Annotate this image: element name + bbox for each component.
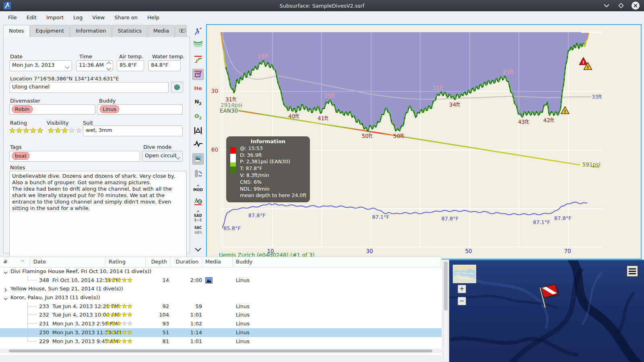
dive-list-header[interactable]: #^DateRatingDepthDurationMediaBuddy <box>0 257 442 267</box>
column-header-duration[interactable]: Duration <box>171 257 202 267</box>
titlebar[interactable]: Subsurface: SampleDivesV2.ssrf <box>0 0 644 11</box>
dive-row[interactable]: 348Fri Oct 10, 2014 12:34 PM★★★★★142:00L… <box>0 276 442 285</box>
heart-rate-icon[interactable] <box>192 138 204 149</box>
map-zoom-out-button[interactable]: − <box>458 297 466 305</box>
visibility-stars[interactable]: ★★★★★ <box>48 126 83 134</box>
divemaster-tag[interactable]: Robin <box>12 105 33 113</box>
rating-stars[interactable]: ★★★★★ <box>9 126 44 134</box>
tooltip-line: P: 2,381psi (EAN30) <box>240 158 307 165</box>
expand-caret-icon[interactable] <box>4 287 7 290</box>
menu-edit[interactable]: Edit <box>22 12 41 23</box>
notes-textarea[interactable] <box>9 171 187 261</box>
column-header-num[interactable]: #^ <box>0 257 30 267</box>
collapse-caret-icon[interactable] <box>4 296 7 299</box>
horizontal-scrollbar[interactable] <box>0 349 442 353</box>
dive-rating: ★★★★★ <box>105 302 133 311</box>
dive-list-scrollbar[interactable] <box>443 259 448 362</box>
dive-depth: 92 <box>146 302 169 311</box>
divemaster-field[interactable]: Robin <box>9 104 95 115</box>
rating-label: Rating <box>10 120 27 126</box>
column-header-buddy[interactable]: Buddy <box>233 257 441 267</box>
svg-text:42ft: 42ft <box>543 117 554 123</box>
svg-text:50: 50 <box>465 248 472 254</box>
buddy-label: Buddy <box>99 98 116 104</box>
menu-file[interactable]: File <box>3 12 22 23</box>
globe-button[interactable] <box>171 82 183 93</box>
dive-row[interactable]: 230Mon Jun 3, 2013 11:36 AM★★★★★511:14Li… <box>0 328 442 337</box>
map-menu-button[interactable] <box>626 265 638 277</box>
visibility-label: Visibility <box>47 120 68 126</box>
svg-text:50ft: 50ft <box>361 133 372 139</box>
column-header-media[interactable]: Media <box>202 257 233 267</box>
tags-field[interactable]: boat <box>9 151 140 162</box>
tab-equipment[interactable]: Equipment <box>30 25 70 37</box>
map-zoom-in-button[interactable]: + <box>458 285 466 293</box>
trip-row[interactable]: Yellow House, Sun Sep 21, 2014 (1 dive(s… <box>0 284 442 293</box>
tab-information[interactable]: Information <box>70 25 111 37</box>
ndl-tts-icon[interactable] <box>192 196 204 207</box>
sac-rate-icon[interactable]: SAC▤|◷ <box>192 224 204 236</box>
collapse-caret-icon[interactable] <box>4 270 7 273</box>
trip-row[interactable]: Koror, Palau, Jun 2013 (11 dive(s)) <box>0 293 442 302</box>
tissue-loading-icon[interactable] <box>192 125 204 136</box>
tank-bar-icon[interactable] <box>192 168 204 179</box>
svg-text:34ft: 34ft <box>449 101 460 108</box>
tab-media[interactable]: Media <box>148 25 175 37</box>
dive-row[interactable]: 231Mon Jun 3, 2013 2:59 PM★★★★★931:02Lin… <box>0 319 442 328</box>
helium-graph-icon[interactable]: He <box>192 82 204 94</box>
column-header-date[interactable]: Date <box>30 257 105 267</box>
dc-reported-ceiling-icon[interactable] <box>192 69 204 80</box>
dive-row[interactable]: 232Tue Jun 4, 2013 10:04 AM★★★★★1041:01L… <box>0 311 442 319</box>
water-temp-field[interactable]: 84.8°F <box>148 60 181 71</box>
dive-profile-panel[interactable]: 85.8°F87.8°F87.1°F87.8°F87.1°F87.8°F1030… <box>206 24 642 259</box>
hscroll-handle[interactable] <box>9 350 432 352</box>
dive-computer-icon[interactable] <box>192 26 204 37</box>
trip-row[interactable]: Divi Flamingo House Reef, Fri Oct 10, 20… <box>0 267 442 276</box>
buddy-field[interactable]: Linus <box>97 104 183 115</box>
air-temp-label: Air temp. <box>119 53 143 60</box>
dive-list-panel: #^DateRatingDepthDurationMediaBuddy Divi… <box>0 257 442 355</box>
tooltip-line: V: 8.3ft/min <box>240 172 307 179</box>
maximize-button[interactable] <box>617 1 625 10</box>
dive-row[interactable]: 233Tue Jun 4, 2013 12:28 PM★★★★★9259Linu… <box>0 302 442 311</box>
waves-icon[interactable] <box>192 38 204 49</box>
column-header-depth[interactable]: Depth <box>146 257 171 267</box>
tab-scroll-arrows[interactable]: ⟨⟩ <box>179 27 189 33</box>
air-temp-field[interactable]: 85.8°F <box>117 60 144 71</box>
menu-log[interactable]: Log <box>68 12 87 23</box>
vscroll-handle[interactable] <box>444 261 448 311</box>
date-field[interactable]: Mon Jun 3, 2013 <box>9 60 72 71</box>
tab-notes[interactable]: Notes <box>3 25 30 37</box>
column-header-rating[interactable]: Rating <box>105 257 146 267</box>
menu-share-on[interactable]: Share on <box>109 12 142 23</box>
map-panel[interactable]: + − <box>449 259 644 362</box>
tab-statistics[interactable]: Statistics <box>112 25 147 37</box>
scroll-down-icon[interactable] <box>192 244 204 255</box>
minimize-button[interactable] <box>602 1 611 10</box>
dive-mode-select[interactable]: Open circuit <box>142 151 183 162</box>
tooltip-line: CNS: 6% <box>240 179 307 186</box>
notes-label: Notes <box>10 165 25 171</box>
close-button[interactable] <box>631 1 640 10</box>
dive-duration: 1:02 <box>171 319 202 328</box>
time-spinner[interactable] <box>107 62 110 70</box>
suit-field[interactable]: wet, 3mm <box>83 125 183 136</box>
menu-import[interactable]: Import <box>41 12 68 23</box>
time-field[interactable]: 11:36 AM <box>76 60 113 71</box>
location-coordinates-label: Location 7°16'58.386"N 134°14'43.631"E <box>10 76 119 82</box>
mod-icon[interactable]: +MOD <box>192 182 204 193</box>
overview-map[interactable] <box>453 265 476 283</box>
oxygen-graph-icon[interactable]: O2 <box>192 111 204 123</box>
buddy-tag[interactable]: Linus <box>100 105 119 113</box>
tag-boat[interactable]: boat <box>12 152 29 160</box>
photos-icon[interactable] <box>192 153 204 165</box>
calculated-ceiling-icon[interactable] <box>192 54 204 65</box>
dive-row[interactable]: 229Mon Jun 3, 2013 9:45 AM★★★★★811:01Lin… <box>0 337 442 346</box>
nitrogen-graph-icon[interactable]: N2 <box>192 97 204 108</box>
globe-icon <box>174 84 180 90</box>
menu-view[interactable]: View <box>87 12 109 23</box>
location-field[interactable]: Ulong channel <box>9 82 169 93</box>
svg-text:87.8°F: 87.8°F <box>248 212 266 218</box>
menu-help[interactable]: Help <box>142 12 164 23</box>
ead-icon[interactable]: +EAD(···) <box>192 210 204 221</box>
